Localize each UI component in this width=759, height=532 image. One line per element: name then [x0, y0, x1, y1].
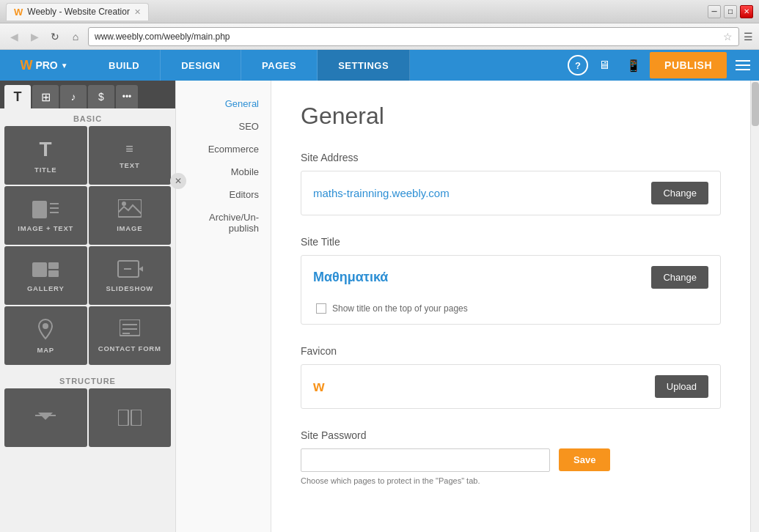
nav-item-seo[interactable]: SEO	[176, 115, 271, 138]
element-grid-basic: T TITLE ≡ TEXT IMAGE + TEXT	[0, 126, 175, 365]
element-text[interactable]: ≡ TEXT	[89, 126, 172, 185]
element-map-label: MAP	[37, 346, 54, 354]
element-gallery[interactable]: GALLERY	[4, 246, 87, 305]
favicon-upload-btn[interactable]: Upload	[655, 375, 708, 398]
svg-point-5	[122, 202, 126, 206]
element-slideshow-label: SLIDESHOW	[106, 284, 153, 292]
element-slideshow[interactable]: SLIDESHOW	[89, 246, 172, 305]
reload-btn[interactable]: ↻	[47, 29, 63, 45]
close-sidebar-button[interactable]: ✕	[170, 173, 186, 189]
columns-icon	[118, 410, 142, 426]
right-scrollbar[interactable]	[750, 81, 759, 532]
tab-close-btn[interactable]: ✕	[134, 7, 141, 17]
publish-button[interactable]: PUBLISH	[650, 52, 727, 78]
element-map[interactable]: MAP	[4, 306, 87, 365]
content-area: General Site Address maths-trainning.wee…	[271, 81, 750, 532]
maximize-btn[interactable]: □	[724, 5, 737, 18]
site-password-label: Site Password	[301, 429, 721, 441]
header-right: ? 🖥 📱 PUBLISH	[568, 52, 759, 78]
image-icon	[118, 199, 142, 220]
back-btn[interactable]: ◀	[6, 29, 22, 45]
password-row: Choose which pages to protect in the "Pa…	[301, 448, 721, 485]
show-title-label: Show title on the top of your pages	[332, 303, 468, 314]
element-image[interactable]: IMAGE	[89, 186, 172, 245]
favicon-label: Favicon	[301, 345, 721, 357]
password-hint: Choose which pages to protect in the "Pa…	[301, 476, 550, 485]
hamburger-line	[736, 69, 750, 70]
site-title-change-btn[interactable]: Change	[651, 266, 708, 289]
brand-label: PRO	[35, 59, 57, 71]
mobile-icon[interactable]: 📱	[620, 52, 647, 78]
svg-rect-0	[32, 201, 47, 218]
element-image-text[interactable]: IMAGE + TEXT	[4, 186, 87, 245]
svg-rect-19	[118, 410, 128, 426]
contact-form-icon	[120, 319, 140, 340]
password-col: Choose which pages to protect in the "Pa…	[301, 448, 550, 485]
browser-toolbar: ◀ ▶ ↻ ⌂ www.weebly.com/weebly/main.php ☆…	[0, 23, 759, 50]
browser-menu-icon[interactable]: ☰	[744, 31, 753, 43]
element-grid-structure	[0, 388, 175, 447]
save-button[interactable]: Save	[559, 448, 610, 471]
element-image-text-label: IMAGE + TEXT	[18, 224, 73, 232]
left-sidebar: T ⊞ ♪ $ ••• BASIC T TITLE ≡ TEXT	[0, 81, 176, 532]
page-title: General	[301, 103, 721, 130]
home-btn[interactable]: ⌂	[67, 29, 84, 45]
weebly-w-icon: W	[20, 58, 32, 73]
tab-design[interactable]: DESIGN	[161, 50, 241, 81]
sidebar-tab-more[interactable]: •••	[116, 85, 138, 108]
tab-pages[interactable]: PAGES	[241, 50, 318, 81]
element-divider[interactable]	[4, 388, 87, 447]
nav-tabs: BUILD DESIGN PAGES SETTINGS	[88, 50, 568, 81]
nav-item-editors[interactable]: Editors	[176, 183, 271, 206]
sidebar-tab-text[interactable]: T	[4, 85, 31, 108]
nav-item-archive[interactable]: Archive/Un-publish	[176, 206, 271, 240]
hamburger-button[interactable]	[730, 52, 756, 78]
sidebar-tabs: T ⊞ ♪ $ •••	[0, 81, 175, 108]
sidebar-tab-media[interactable]: ♪	[60, 85, 87, 108]
sidebar-tab-layout[interactable]: ⊞	[32, 85, 59, 108]
site-address-value[interactable]: maths-trainning.weebly.com	[313, 187, 450, 199]
show-title-row: Show title on the top of your pages	[313, 303, 471, 314]
element-contact-form-label: CONTACT FORM	[98, 344, 161, 352]
site-title-box: Μαθηματικά Change Show title on the top …	[301, 255, 721, 325]
image-text-icon	[32, 199, 59, 220]
favicon-section: Favicon w Upload	[301, 345, 721, 409]
tab-build[interactable]: BUILD	[88, 50, 161, 81]
site-address-label: Site Address	[301, 152, 721, 163]
minimize-btn[interactable]: ─	[708, 5, 721, 18]
nav-item-mobile[interactable]: Mobile	[176, 160, 271, 183]
browser-tab[interactable]: W Weebly - Website Creatior ✕	[6, 3, 149, 21]
text-element-icon: ≡	[125, 141, 133, 157]
help-button[interactable]: ?	[568, 55, 588, 75]
favicon-icon: w	[313, 378, 325, 395]
show-title-checkbox[interactable]	[316, 303, 326, 314]
middle-nav: General SEO Ecommerce Mobile Editors Arc…	[176, 81, 271, 532]
tab-favicon: W	[14, 7, 23, 18]
address-bar[interactable]: www.weebly.com/weebly/main.php ☆	[88, 27, 739, 46]
site-title-section: Site Title Μαθηματικά Change Show title …	[301, 236, 721, 325]
forward-btn[interactable]: ▶	[26, 29, 43, 45]
scroll-thumb[interactable]	[752, 82, 759, 126]
nav-item-general[interactable]: General	[176, 92, 271, 115]
svg-rect-8	[48, 270, 59, 277]
app-header: W PRO ▼ BUILD DESIGN PAGES SETTINGS ? 🖥 …	[0, 50, 759, 81]
element-columns[interactable]	[89, 388, 172, 447]
element-title[interactable]: T TITLE	[4, 126, 87, 185]
site-address-change-btn[interactable]: Change	[651, 182, 708, 204]
site-title-value: Μαθηματικά	[313, 270, 388, 285]
password-input[interactable]	[301, 448, 550, 472]
element-title-label: TITLE	[34, 166, 56, 174]
element-gallery-label: GALLERY	[27, 284, 65, 292]
hamburger-line	[736, 64, 750, 66]
address-text: www.weebly.com/weebly/main.php	[95, 32, 723, 42]
divider-icon	[35, 411, 56, 424]
pro-dropdown-icon[interactable]: ▼	[61, 62, 68, 70]
nav-item-ecommerce[interactable]: Ecommerce	[176, 138, 271, 160]
element-contact-form[interactable]: CONTACT FORM	[89, 306, 172, 365]
close-btn[interactable]: ✕	[740, 5, 753, 18]
tab-settings[interactable]: SETTINGS	[318, 50, 410, 81]
desktop-icon[interactable]: 🖥	[591, 52, 617, 78]
sidebar-tab-ecommerce[interactable]: $	[88, 85, 114, 108]
weebly-logo[interactable]: W PRO ▼	[0, 58, 88, 73]
basic-section-label: BASIC	[0, 108, 175, 126]
